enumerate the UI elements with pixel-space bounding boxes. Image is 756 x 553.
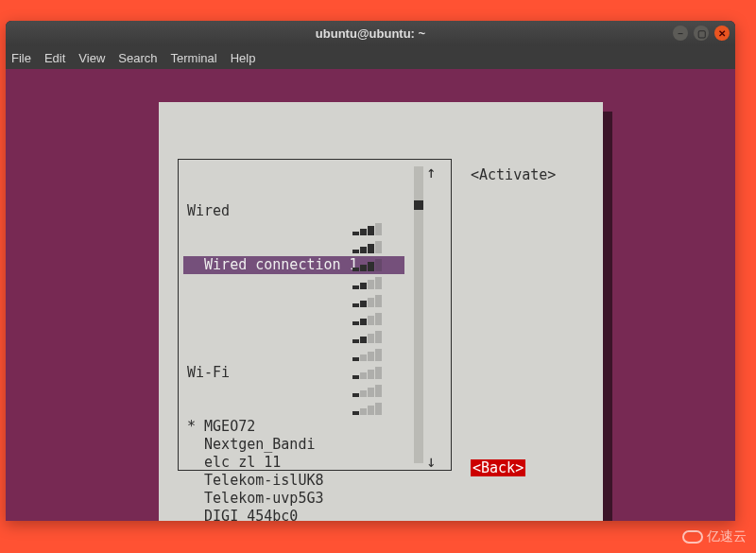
- signal-strength-icon: [352, 328, 383, 343]
- signal-strength-column: [352, 220, 383, 415]
- menu-view[interactable]: View: [78, 51, 105, 65]
- scrollbar-thumb[interactable]: [414, 200, 423, 210]
- watermark: 亿速云: [682, 528, 747, 545]
- signal-strength-icon: [352, 364, 383, 379]
- activate-button[interactable]: <Activate>: [471, 166, 556, 183]
- signal-strength-icon: [352, 292, 383, 307]
- back-button[interactable]: <Back>: [471, 459, 525, 476]
- window-title: ubuntu@ubuntu: ~: [316, 26, 425, 41]
- window-controls: – ▢ ✕: [673, 26, 730, 41]
- wifi-row[interactable]: Telekom-islUK8: [187, 472, 409, 490]
- menu-terminal[interactable]: Terminal: [171, 51, 217, 65]
- scroll-up-arrow-icon[interactable]: ↑: [426, 163, 436, 181]
- wifi-row[interactable]: * MGEO72: [187, 418, 409, 436]
- titlebar: ubuntu@ubuntu: ~ – ▢ ✕: [6, 21, 735, 46]
- menu-file[interactable]: File: [11, 51, 31, 65]
- signal-strength-icon: [352, 220, 383, 235]
- scroll-down-arrow-icon[interactable]: ↓: [426, 452, 436, 471]
- menu-edit[interactable]: Edit: [44, 51, 65, 65]
- maximize-button[interactable]: ▢: [694, 26, 709, 41]
- signal-strength-icon: [352, 346, 383, 361]
- signal-strength-icon: [352, 274, 383, 289]
- terminal-body[interactable]: Wired Wired connection 1 Wi-Fi * MGEO72 …: [6, 69, 735, 521]
- signal-strength-icon: [352, 400, 383, 415]
- cloud-icon: [682, 530, 703, 544]
- close-button[interactable]: ✕: [714, 26, 730, 41]
- watermark-text: 亿速云: [707, 528, 747, 545]
- nmtui-dialog: Wired Wired connection 1 Wi-Fi * MGEO72 …: [159, 102, 603, 521]
- wifi-row[interactable]: Telekom-uvp5G3: [187, 490, 409, 508]
- wired-section-header: Wired: [187, 202, 409, 220]
- signal-strength-icon: [352, 382, 383, 397]
- signal-strength-icon: [352, 310, 383, 325]
- menu-search[interactable]: Search: [118, 51, 157, 65]
- wifi-row[interactable]: elc_zl_11: [187, 454, 409, 472]
- menubar: File Edit View Search Terminal Help: [6, 46, 735, 69]
- scrollbar-track[interactable]: [414, 166, 423, 463]
- terminal-window: ubuntu@ubuntu: ~ – ▢ ✕ File Edit View Se…: [6, 21, 735, 521]
- signal-strength-icon: [352, 256, 383, 271]
- wifi-row[interactable]: DIGI_454bc0: [187, 508, 409, 521]
- signal-strength-icon: [352, 238, 383, 253]
- minimize-button[interactable]: –: [673, 26, 688, 41]
- menu-help[interactable]: Help: [231, 51, 256, 65]
- wifi-row[interactable]: Nextgen_Bandi: [187, 436, 409, 454]
